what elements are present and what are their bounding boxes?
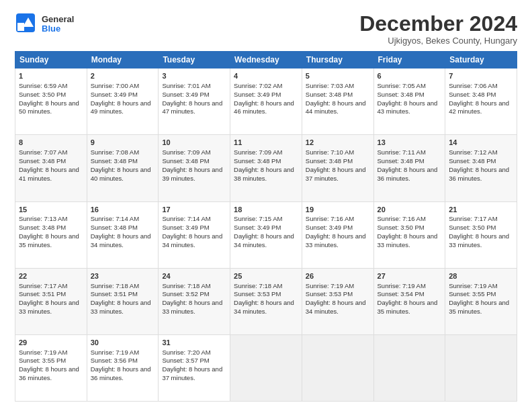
calendar-week-row: 1Sunrise: 6:59 AMSunset: 3:50 PMDaylight… xyxy=(15,68,517,135)
day-number: 29 xyxy=(19,338,83,348)
daylight-text: Daylight: 8 hours and 49 minutes. xyxy=(91,99,151,116)
calendar-cell: 2Sunrise: 7:00 AMSunset: 3:49 PMDaylight… xyxy=(87,68,159,135)
calendar-cell xyxy=(230,334,302,401)
day-number: 3 xyxy=(162,71,226,81)
calendar-cell: 16Sunrise: 7:14 AMSunset: 3:48 PMDayligh… xyxy=(87,201,159,268)
calendar-cell: 18Sunrise: 7:15 AMSunset: 3:49 PMDayligh… xyxy=(230,201,302,268)
calendar-cell: 21Sunrise: 7:17 AMSunset: 3:50 PMDayligh… xyxy=(445,201,517,268)
sunrise-text: Sunrise: 7:02 AM xyxy=(234,82,282,89)
day-number: 14 xyxy=(449,138,513,148)
day-number: 15 xyxy=(19,205,83,215)
sunset-text: Sunset: 3:51 PM xyxy=(91,290,138,298)
sunset-text: Sunset: 3:48 PM xyxy=(378,91,425,98)
daylight-text: Daylight: 8 hours and 44 minutes. xyxy=(306,99,366,116)
daylight-text: Daylight: 8 hours and 40 minutes. xyxy=(91,166,151,182)
logo: General Blue xyxy=(15,12,74,36)
daylight-text: Daylight: 8 hours and 35 minutes. xyxy=(19,232,79,248)
sunset-text: Sunset: 3:50 PM xyxy=(378,224,425,231)
day-number: 31 xyxy=(162,338,226,348)
daylight-text: Daylight: 8 hours and 38 minutes. xyxy=(234,166,294,182)
sunrise-text: Sunrise: 7:19 AM xyxy=(449,282,497,289)
sunset-text: Sunset: 3:48 PM xyxy=(306,91,353,98)
sunset-text: Sunset: 3:55 PM xyxy=(449,290,496,298)
sunrise-text: Sunrise: 7:01 AM xyxy=(162,82,210,89)
calendar-cell: 14Sunrise: 7:12 AMSunset: 3:48 PMDayligh… xyxy=(445,135,517,201)
sunset-text: Sunset: 3:48 PM xyxy=(19,224,66,231)
logo-line2: Blue xyxy=(42,24,74,34)
sunset-text: Sunset: 3:53 PM xyxy=(234,290,281,298)
sunrise-text: Sunrise: 7:12 AM xyxy=(449,148,497,156)
sunrise-text: Sunrise: 7:10 AM xyxy=(306,148,354,156)
day-number: 9 xyxy=(91,138,155,148)
calendar-cell: 7Sunrise: 7:06 AMSunset: 3:48 PMDaylight… xyxy=(445,68,517,135)
top-section: General Blue December 2024 Ujkigyos, Bek… xyxy=(15,12,517,46)
daylight-text: Daylight: 8 hours and 36 minutes. xyxy=(91,365,151,381)
weekday-header: Tuesday xyxy=(159,52,230,68)
calendar-cell: 31Sunrise: 7:20 AMSunset: 3:57 PMDayligh… xyxy=(159,334,230,401)
svg-rect-2 xyxy=(17,23,24,31)
day-number: 23 xyxy=(91,271,155,281)
calendar-cell: 3Sunrise: 7:01 AMSunset: 3:49 PMDaylight… xyxy=(159,68,230,135)
calendar-cell xyxy=(445,334,517,401)
day-number: 22 xyxy=(19,271,83,281)
daylight-text: Daylight: 8 hours and 43 minutes. xyxy=(378,99,438,116)
weekday-header: Wednesday xyxy=(230,52,302,68)
weekday-header: Monday xyxy=(87,52,159,68)
calendar-cell: 22Sunrise: 7:17 AMSunset: 3:51 PMDayligh… xyxy=(15,268,87,334)
daylight-text: Daylight: 8 hours and 47 minutes. xyxy=(162,99,222,116)
calendar-cell xyxy=(373,334,445,401)
calendar-cell: 5Sunrise: 7:03 AMSunset: 3:48 PMDaylight… xyxy=(302,68,373,135)
sunrise-text: Sunrise: 7:14 AM xyxy=(162,215,210,222)
sunset-text: Sunset: 3:48 PM xyxy=(449,91,496,98)
daylight-text: Daylight: 8 hours and 33 minutes. xyxy=(306,232,366,248)
calendar-week-row: 15Sunrise: 7:13 AMSunset: 3:48 PMDayligh… xyxy=(15,201,517,268)
calendar-cell: 13Sunrise: 7:11 AMSunset: 3:48 PMDayligh… xyxy=(373,135,445,201)
weekday-header: Friday xyxy=(373,52,445,68)
calendar-cell: 6Sunrise: 7:05 AMSunset: 3:48 PMDaylight… xyxy=(373,68,445,135)
sunset-text: Sunset: 3:53 PM xyxy=(306,290,353,298)
calendar-week-row: 8Sunrise: 7:07 AMSunset: 3:48 PMDaylight… xyxy=(15,135,517,201)
sunrise-text: Sunrise: 7:14 AM xyxy=(91,215,139,222)
sunset-text: Sunset: 3:57 PM xyxy=(162,357,209,364)
sunrise-text: Sunrise: 7:09 AM xyxy=(234,148,282,156)
sunset-text: Sunset: 3:49 PM xyxy=(234,91,281,98)
calendar-cell: 9Sunrise: 7:08 AMSunset: 3:48 PMDaylight… xyxy=(87,135,159,201)
calendar-week-row: 22Sunrise: 7:17 AMSunset: 3:51 PMDayligh… xyxy=(15,268,517,334)
weekday-header: Saturday xyxy=(445,52,517,68)
calendar-cell: 11Sunrise: 7:09 AMSunset: 3:48 PMDayligh… xyxy=(230,135,302,201)
sunset-text: Sunset: 3:48 PM xyxy=(91,157,138,165)
calendar-cell: 17Sunrise: 7:14 AMSunset: 3:49 PMDayligh… xyxy=(159,201,230,268)
day-number: 2 xyxy=(91,71,155,81)
calendar-cell: 28Sunrise: 7:19 AMSunset: 3:55 PMDayligh… xyxy=(445,268,517,334)
sunrise-text: Sunrise: 7:19 AM xyxy=(306,282,354,289)
daylight-text: Daylight: 8 hours and 46 minutes. xyxy=(234,99,294,116)
sunrise-text: Sunrise: 7:08 AM xyxy=(91,148,139,156)
calendar-cell: 10Sunrise: 7:09 AMSunset: 3:48 PMDayligh… xyxy=(159,135,230,201)
day-number: 20 xyxy=(378,205,442,215)
day-number: 24 xyxy=(162,271,226,281)
day-number: 30 xyxy=(91,338,155,348)
daylight-text: Daylight: 8 hours and 34 minutes. xyxy=(162,232,222,248)
sunrise-text: Sunrise: 7:00 AM xyxy=(91,82,139,89)
day-number: 13 xyxy=(378,138,442,148)
daylight-text: Daylight: 8 hours and 34 minutes. xyxy=(234,299,294,315)
daylight-text: Daylight: 8 hours and 41 minutes. xyxy=(19,166,79,182)
calendar-cell: 15Sunrise: 7:13 AMSunset: 3:48 PMDayligh… xyxy=(15,201,87,268)
sunrise-text: Sunrise: 7:03 AM xyxy=(306,82,354,89)
weekday-header: Thursday xyxy=(302,52,373,68)
calendar-cell: 26Sunrise: 7:19 AMSunset: 3:53 PMDayligh… xyxy=(302,268,373,334)
calendar-cell: 27Sunrise: 7:19 AMSunset: 3:54 PMDayligh… xyxy=(373,268,445,334)
day-number: 17 xyxy=(162,205,226,215)
day-number: 21 xyxy=(449,205,513,215)
daylight-text: Daylight: 8 hours and 37 minutes. xyxy=(162,365,222,381)
sunset-text: Sunset: 3:54 PM xyxy=(378,290,425,298)
sunrise-text: Sunrise: 7:20 AM xyxy=(162,349,210,356)
daylight-text: Daylight: 8 hours and 34 minutes. xyxy=(306,299,366,315)
day-number: 7 xyxy=(449,71,513,81)
weekday-header: Sunday xyxy=(15,52,87,68)
sunrise-text: Sunrise: 7:16 AM xyxy=(306,215,354,222)
daylight-text: Daylight: 8 hours and 35 minutes. xyxy=(449,299,509,315)
calendar-cell: 30Sunrise: 7:19 AMSunset: 3:56 PMDayligh… xyxy=(87,334,159,401)
sunset-text: Sunset: 3:49 PM xyxy=(162,91,209,98)
daylight-text: Daylight: 8 hours and 36 minutes. xyxy=(449,166,509,182)
